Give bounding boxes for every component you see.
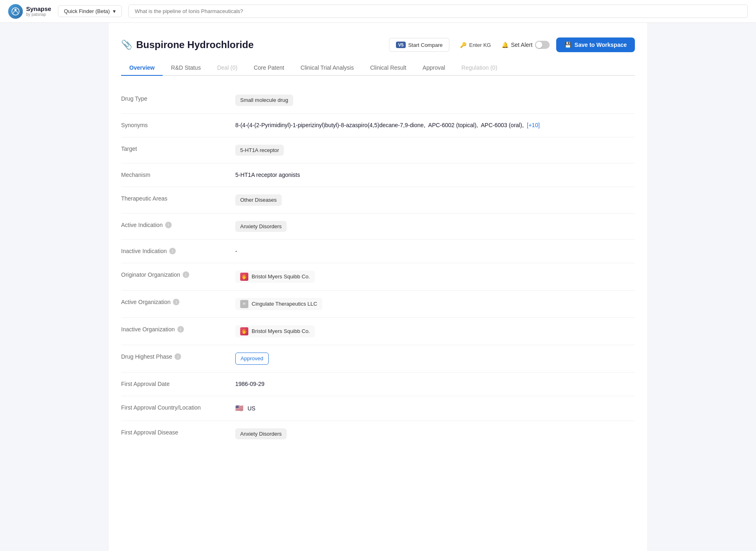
target-row: Target 5-HT1A receptor (121, 137, 635, 164)
mechanism-row: Mechanism 5-HT1A receptor agonists (121, 163, 635, 187)
info-section: Drug Type Small molecule drug Synonyms 8… (121, 87, 635, 447)
quick-finder-button[interactable]: Quick Finder (Beta) ▾ (58, 5, 122, 17)
tab-bar: Overview R&D Status Deal (0) Core Patent… (121, 60, 635, 76)
active-indication-chip: Anxiety Disorders (235, 221, 287, 232)
tab-regulation[interactable]: Regulation (0) (453, 60, 506, 76)
drug-name: Buspirone Hydrochloride (136, 39, 254, 51)
logo-sub: by patsnap (26, 12, 51, 17)
kg-icon: 🔑 (460, 42, 466, 48)
drug-icon: 📎 (121, 40, 132, 50)
drug-highest-phase-chip: Approved (235, 353, 269, 365)
inactive-indication-value: - (235, 247, 635, 256)
us-flag-icon: 🇺🇸 (235, 405, 243, 412)
bms-logo-icon: 🖐 (240, 273, 248, 281)
first-approval-disease-chip: Anxiety Disorders (235, 428, 287, 440)
chevron-down-icon: ▾ (113, 8, 116, 14)
target-value: 5-HT1A receptor (235, 145, 635, 156)
compare-icon: V5 (396, 42, 405, 48)
inactive-org-info-icon[interactable]: i (177, 326, 184, 333)
inactive-org-value: 🖐 Bristol Myers Squibb Co. (235, 325, 635, 337)
therapeutic-areas-row: Therapeutic Areas Other Diseases (121, 187, 635, 214)
drug-type-label: Drug Type (121, 95, 235, 102)
drug-type-row: Drug Type Small molecule drug (121, 87, 635, 114)
inactive-org-row: Inactive Organization i 🖐 Bristol Myers … (121, 318, 635, 345)
first-approval-country-value: 🇺🇸 US (235, 403, 635, 413)
country-text: US (248, 405, 255, 412)
first-approval-date-value: 1986-09-29 (235, 380, 635, 388)
active-org-name: Cingulate Therapeutics LLC (252, 300, 317, 308)
tab-deal[interactable]: Deal (0) (209, 60, 245, 76)
drug-actions: V5 Start Compare 🔑 Enter KG 🔔 Set Alert … (389, 37, 635, 52)
set-alert-toggle[interactable] (535, 41, 550, 49)
inactive-org-name: Bristol Myers Squibb Co. (252, 327, 310, 335)
originator-org-row: Originator Organization i 🖐 Bristol Myer… (121, 263, 635, 291)
active-org-chip[interactable]: ≋ Cingulate Therapeutics LLC (235, 298, 322, 310)
compare-label: Start Compare (408, 42, 443, 48)
inactive-indication-info-icon[interactable]: i (169, 248, 176, 254)
drug-type-chip: Small molecule drug (235, 95, 293, 106)
active-indication-value: Anxiety Disorders (235, 221, 635, 232)
mechanism-value: 5-HT1A receptor agonists (235, 171, 635, 179)
set-alert-label: Set Alert (511, 42, 533, 48)
enter-kg-label: Enter KG (469, 42, 491, 48)
originator-org-info-icon[interactable]: i (183, 271, 189, 278)
tab-rd-status[interactable]: R&D Status (163, 60, 209, 76)
top-navigation: Synapse by patsnap Quick Finder (Beta) ▾ (0, 0, 756, 23)
save-to-workspace-button[interactable]: 💾 Save to Workspace (556, 37, 635, 52)
drug-type-value: Small molecule drug (235, 95, 635, 106)
save-icon: 💾 (564, 42, 571, 48)
search-input[interactable] (128, 4, 748, 18)
inactive-org-label: Inactive Organization i (121, 325, 235, 333)
originator-org-value: 🖐 Bristol Myers Squibb Co. (235, 271, 635, 283)
tab-clinical-trial[interactable]: Clinical Trial Analysis (292, 60, 362, 76)
therapeutic-areas-label: Therapeutic Areas (121, 194, 235, 202)
drug-highest-phase-row: Drug Highest Phase i Approved (121, 345, 635, 372)
drug-header: 📎 Buspirone Hydrochloride V5 Start Compa… (121, 31, 635, 60)
tab-core-patent[interactable]: Core Patent (245, 60, 292, 76)
logo[interactable]: Synapse by patsnap (8, 4, 51, 19)
drug-highest-phase-value: Approved (235, 353, 635, 365)
synonyms-row: Synonyms 8-(4-(4-(2-Pyrimidinyl)-1-piper… (121, 114, 635, 137)
quick-finder-label: Quick Finder (Beta) (64, 8, 110, 14)
inactive-org-chip[interactable]: 🖐 Bristol Myers Squibb Co. (235, 325, 315, 337)
svg-point-1 (15, 9, 17, 11)
save-label: Save to Workspace (575, 42, 627, 48)
inactive-indication-row: Inactive Indication i - (121, 240, 635, 263)
toggle-knob (536, 42, 542, 48)
drug-title-area: 📎 Buspirone Hydrochloride (121, 39, 254, 51)
originator-org-chip[interactable]: 🖐 Bristol Myers Squibb Co. (235, 271, 315, 283)
synonyms-value: 8-(4-(4-(2-Pyrimidinyl)-1-piperizinyl)bu… (235, 121, 635, 130)
first-approval-country-row: First Approval Country/Location 🇺🇸 US (121, 396, 635, 421)
active-org-row: Active Organization i ≋ Cingulate Therap… (121, 291, 635, 318)
bms-inactive-logo-icon: 🖐 (240, 327, 248, 335)
therapeutic-areas-chip: Other Diseases (235, 194, 282, 206)
drug-highest-phase-label: Drug Highest Phase i (121, 353, 235, 360)
synonyms-more-link[interactable]: [+10] (527, 122, 540, 128)
first-approval-disease-row: First Approval Disease Anxiety Disorders (121, 421, 635, 447)
therapeutic-areas-value: Other Diseases (235, 194, 635, 206)
active-indication-label: Active Indication i (121, 221, 235, 228)
logo-name: Synapse (26, 6, 51, 13)
start-compare-button[interactable]: V5 Start Compare (389, 38, 449, 52)
tab-approval[interactable]: Approval (414, 60, 453, 76)
target-chip[interactable]: 5-HT1A receptor (235, 145, 284, 156)
synonyms-text: 8-(4-(4-(2-Pyrimidinyl)-1-piperizinyl)bu… (235, 122, 525, 128)
tab-overview[interactable]: Overview (121, 60, 163, 76)
synonyms-label: Synonyms (121, 121, 235, 128)
active-org-value: ≋ Cingulate Therapeutics LLC (235, 298, 635, 310)
originator-org-name: Bristol Myers Squibb Co. (252, 273, 310, 281)
alert-icon: 🔔 (502, 42, 508, 48)
page-content: 📎 Buspirone Hydrochloride V5 Start Compa… (109, 23, 647, 551)
enter-kg-button[interactable]: 🔑 Enter KG (456, 40, 495, 51)
active-org-info-icon[interactable]: i (173, 299, 179, 305)
first-approval-date-label: First Approval Date (121, 380, 235, 387)
active-org-label: Active Organization i (121, 298, 235, 305)
active-indication-info-icon[interactable]: i (165, 222, 172, 228)
logo-icon (8, 4, 23, 19)
first-approval-disease-value: Anxiety Disorders (235, 428, 635, 440)
tab-clinical-result[interactable]: Clinical Result (362, 60, 415, 76)
originator-org-label: Originator Organization i (121, 271, 235, 278)
drug-highest-phase-info-icon[interactable]: i (175, 353, 181, 360)
mechanism-label: Mechanism (121, 171, 235, 178)
set-alert-toggle-area: 🔔 Set Alert (502, 41, 550, 49)
